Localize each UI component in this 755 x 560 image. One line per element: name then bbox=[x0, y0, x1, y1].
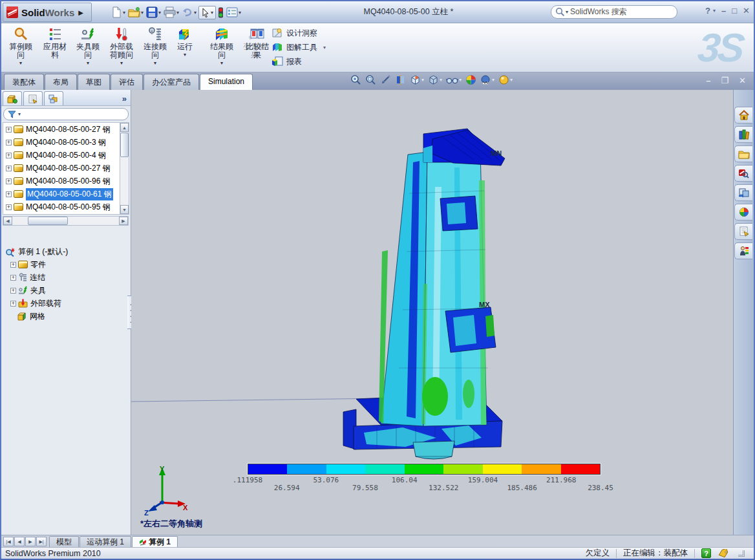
view-settings-button[interactable]: ▾ bbox=[498, 74, 513, 85]
study-item-parts[interactable]: + 零件 bbox=[1, 258, 131, 271]
tree-item[interactable]: +MQ4040-08-05-00-95 钢 bbox=[3, 200, 120, 213]
display-style-button[interactable]: ▾ bbox=[428, 74, 442, 85]
first-sheet-button[interactable]: |◀ bbox=[3, 537, 14, 546]
apply-scene-button[interactable]: ▾ bbox=[480, 74, 494, 85]
close-button[interactable]: ✕ bbox=[743, 6, 750, 16]
resize-grip[interactable] bbox=[738, 550, 745, 557]
search-input[interactable] bbox=[570, 8, 673, 17]
doc-restore-button[interactable]: ❐ bbox=[721, 76, 728, 85]
doc-close-button[interactable]: ✕ bbox=[739, 76, 746, 85]
edit-appearance-button[interactable] bbox=[465, 74, 476, 85]
view-orientation-button[interactable]: ▾ bbox=[410, 74, 424, 85]
property-manager-tab[interactable] bbox=[23, 91, 43, 105]
prev-sheet-button[interactable]: ◀ bbox=[14, 537, 25, 546]
help-dropdown-arrow-icon[interactable]: ▾ bbox=[713, 8, 716, 14]
expand-icon[interactable]: + bbox=[6, 140, 12, 145]
search-pane-button[interactable] bbox=[734, 165, 752, 182]
scroll-left-button[interactable]: ◀ bbox=[3, 217, 12, 225]
expand-icon[interactable]: + bbox=[6, 127, 12, 133]
graphics-viewport[interactable]: MN MX .111958 26.594 bbox=[131, 90, 735, 535]
connections-advisor-button[interactable]: 连接顾 问 ▾ bbox=[140, 25, 171, 69]
previous-view-button[interactable] bbox=[380, 74, 391, 85]
study-item-external-loads[interactable]: + 外部载荷 bbox=[1, 297, 131, 310]
report-button[interactable]: 报表 bbox=[271, 56, 326, 67]
horizontal-scrollbar[interactable]: ◀ ▶ bbox=[3, 216, 129, 226]
tab-model[interactable]: 模型 bbox=[49, 536, 79, 547]
study-root[interactable]: 算例 1 (-默认-) bbox=[1, 245, 131, 258]
feature-manager-tab[interactable] bbox=[3, 91, 22, 105]
scroll-right-button[interactable]: ▶ bbox=[119, 217, 128, 225]
app-logo[interactable]: Solid Works ▶ bbox=[3, 3, 92, 22]
quick-tips-icon[interactable]: ? bbox=[701, 548, 711, 558]
simulation-advisor-button[interactable] bbox=[734, 242, 752, 259]
tree-item[interactable]: +MQ4040-08-05-00-27 钢 bbox=[3, 123, 120, 136]
open-button[interactable]: ▾ bbox=[127, 5, 144, 19]
scrollbar-thumb[interactable] bbox=[120, 133, 129, 157]
tree-item-selected[interactable]: +MQ4040-08-05-00-61 钢 bbox=[3, 188, 120, 200]
tab-study-1[interactable]: 算例 1 bbox=[132, 536, 178, 547]
study-advisor-button[interactable]: 算例顾 问 ▾ bbox=[4, 25, 37, 69]
tab-motion-study[interactable]: 运动算例 1 bbox=[80, 536, 131, 547]
expand-icon[interactable]: + bbox=[10, 275, 16, 281]
doc-minimize-button[interactable]: – bbox=[706, 76, 710, 85]
run-button[interactable]: 运行 ▾ bbox=[172, 25, 198, 69]
scroll-up-button[interactable]: ▲ bbox=[120, 123, 129, 132]
expand-icon[interactable]: + bbox=[10, 288, 16, 294]
custom-properties-button[interactable] bbox=[734, 223, 752, 240]
tab-simulation[interactable]: Simulation bbox=[200, 74, 253, 90]
panel-expand-chevron-icon[interactable]: » bbox=[122, 94, 129, 105]
tree-item[interactable]: +MQ4040-08-05-00-96 钢 bbox=[3, 175, 120, 188]
scrollbar-thumb[interactable] bbox=[28, 217, 68, 225]
expand-icon[interactable]: + bbox=[10, 301, 16, 307]
hide-show-items-button[interactable]: ▾ bbox=[446, 75, 462, 85]
dropdown-arrow-icon[interactable]: ▾ bbox=[87, 60, 89, 66]
apply-material-button[interactable]: 应用材 料 bbox=[39, 25, 71, 69]
options-button[interactable]: ▾ bbox=[226, 6, 242, 19]
dropdown-arrow-icon[interactable]: ▾ bbox=[19, 60, 22, 66]
design-insight-button[interactable]: 设计洞察 bbox=[271, 27, 326, 39]
tab-office-products[interactable]: 办公室产品 bbox=[144, 74, 199, 90]
tree-item[interactable]: +MQ4040-08-05-00-4 钢 bbox=[3, 149, 120, 162]
study-item-fixtures[interactable]: + 夹具 bbox=[1, 284, 131, 297]
expand-icon[interactable]: + bbox=[6, 153, 12, 158]
zoom-to-fit-button[interactable] bbox=[350, 74, 361, 85]
save-button[interactable]: ▾ bbox=[145, 5, 162, 19]
menu-expand-arrow-icon[interactable]: ▶ bbox=[78, 9, 83, 16]
next-sheet-button[interactable]: ▶ bbox=[25, 537, 36, 546]
minimize-button[interactable]: – bbox=[721, 6, 726, 16]
tree-item[interactable]: +MQ4040-08-05-00-27 钢 bbox=[3, 162, 120, 175]
dropdown-arrow-icon[interactable]: ▾ bbox=[323, 45, 326, 50]
appearances-scenes-button[interactable] bbox=[734, 204, 752, 221]
tab-layout[interactable]: 布局 bbox=[45, 74, 77, 90]
tab-sketch[interactable]: 草图 bbox=[78, 74, 110, 90]
last-sheet-button[interactable]: ▶| bbox=[36, 537, 47, 546]
expand-icon[interactable]: + bbox=[6, 178, 12, 184]
rebuild-button[interactable] bbox=[217, 6, 224, 19]
configuration-manager-tab[interactable] bbox=[44, 91, 63, 105]
zoom-to-area-button[interactable] bbox=[365, 74, 376, 85]
filter-box[interactable]: ▾ bbox=[3, 108, 129, 120]
maximize-button[interactable]: □ bbox=[732, 6, 737, 16]
expand-icon[interactable]: + bbox=[6, 204, 12, 210]
vertical-scrollbar[interactable]: ▲ ▼ bbox=[120, 122, 129, 215]
view-palette-button[interactable] bbox=[734, 184, 752, 201]
plot-tools-button[interactable]: 图解工具 ▾ bbox=[271, 41, 326, 53]
search-scope-arrow-icon[interactable]: ▾ bbox=[566, 9, 568, 15]
dropdown-arrow-icon[interactable]: ▾ bbox=[184, 52, 186, 58]
study-item-mesh[interactable]: 网格 bbox=[1, 310, 131, 323]
expand-icon[interactable]: + bbox=[6, 191, 12, 197]
tab-evaluate[interactable]: 评估 bbox=[111, 74, 143, 90]
results-advisor-button[interactable]: 结果顾 问 ▾ bbox=[206, 25, 238, 69]
file-explorer-button[interactable] bbox=[734, 145, 752, 162]
dropdown-arrow-icon[interactable]: ▾ bbox=[120, 60, 123, 66]
expand-icon[interactable]: + bbox=[10, 262, 16, 268]
undo-button[interactable]: ▾ bbox=[181, 5, 197, 19]
section-view-button[interactable] bbox=[395, 74, 406, 85]
expand-icon[interactable]: + bbox=[6, 166, 12, 171]
compare-results-button[interactable]: 比较结 果 bbox=[243, 25, 271, 69]
help-button[interactable]: ? bbox=[705, 6, 710, 16]
print-button[interactable]: ▾ bbox=[163, 5, 180, 19]
tab-assembly[interactable]: 装配体 bbox=[4, 74, 44, 90]
filter-dropdown-arrow-icon[interactable]: ▾ bbox=[18, 111, 21, 117]
design-library-button[interactable] bbox=[734, 126, 752, 143]
